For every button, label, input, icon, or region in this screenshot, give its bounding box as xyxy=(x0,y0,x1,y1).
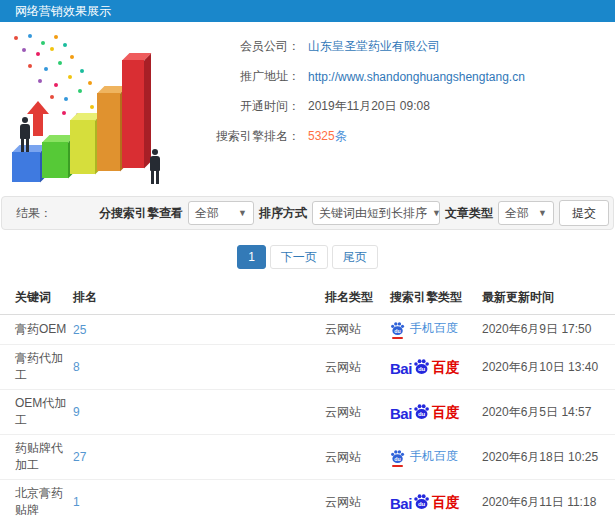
open-time-label: 开通时间： xyxy=(182,98,300,115)
updated-time-cell: 2020年6月18日 10:25 xyxy=(482,435,615,480)
bar-chart-graphic-red xyxy=(122,60,144,168)
engine-rank-value: 5325条 xyxy=(308,128,347,145)
rank-link[interactable]: 8 xyxy=(73,345,325,390)
result-label: 结果： xyxy=(2,205,52,222)
rank-link[interactable]: 27 xyxy=(73,435,325,480)
sort-selected: 关键词由短到长排序 xyxy=(319,205,427,222)
baidu-logo: Bai du 百度 xyxy=(390,403,460,422)
baidu-logo-text: 百度 xyxy=(432,404,460,422)
table-row: 膏药代加工 8 云网站 du 百度 Bai xyxy=(0,345,615,390)
pagination: 1 下一页 尾页 xyxy=(0,245,615,269)
engine-view-select[interactable]: 全部 ▼ xyxy=(188,201,254,225)
keyword-cell: 膏药代加工 xyxy=(0,345,73,390)
baidu-paw-icon: du xyxy=(413,493,430,510)
page-title: 网络营销效果展示 xyxy=(15,4,111,18)
baidu-logo-text: 百度 xyxy=(432,494,460,512)
article-type-label: 文章类型 xyxy=(445,205,493,222)
bar-chart-graphic-orange xyxy=(97,93,120,171)
svg-text:du: du xyxy=(394,455,400,461)
engine-type-cell: du 百度 Bai du 百度 xyxy=(390,480,482,520)
engine-rank-label: 搜索引擎排名： xyxy=(182,128,300,145)
page-button-current[interactable]: 1 xyxy=(237,245,266,269)
sort-select[interactable]: 关键词由短到长排序 ▼ xyxy=(312,201,440,225)
engine-type-cell: du 百度 Bai du 百度 xyxy=(390,390,482,435)
businessman-figure-right xyxy=(148,149,162,184)
confetti-dots xyxy=(14,36,18,40)
engine-view-label: 分搜索引擎查看 xyxy=(99,205,183,222)
baidu-paw-icon: du xyxy=(413,358,430,375)
sort-label: 排序方式 xyxy=(259,205,307,222)
baidu-logo-bai: Bai xyxy=(390,495,412,512)
rank-type-cell: 云网站 xyxy=(325,345,390,390)
svg-text:du: du xyxy=(418,501,426,507)
updated-time-cell: 2020年6月5日 14:57 xyxy=(482,390,615,435)
businessman-figure-left xyxy=(18,117,32,152)
rank-link[interactable]: 9 xyxy=(73,390,325,435)
col-updated: 最新更新时间 xyxy=(482,281,615,315)
promo-url-label: 推广地址： xyxy=(182,68,300,85)
table-row: OEM代加工 9 云网站 du 百度 Bai xyxy=(0,390,615,435)
engine-view-selected: 全部 xyxy=(195,205,219,222)
updated-time-cell: 2020年6月11日 11:18 xyxy=(482,480,615,520)
bar-chart-graphic-blue xyxy=(12,152,40,182)
svg-text:du: du xyxy=(418,366,426,372)
info-section: 会员公司： 山东皇圣堂药业有限公司 推广地址： http://www.shand… xyxy=(0,22,615,192)
bar-chart-graphic-green xyxy=(42,142,68,178)
mobile-baidu-badge: du 手机百度 xyxy=(390,320,458,337)
promo-url-row: 推广地址： http://www.shandonghuangshengtang.… xyxy=(182,68,525,85)
col-rank-type: 排名类型 xyxy=(325,281,390,315)
svg-text:du: du xyxy=(418,411,426,417)
baidu-logo-text: 百度 xyxy=(432,359,460,377)
member-company-row: 会员公司： 山东皇圣堂药业有限公司 xyxy=(182,38,525,55)
keyword-cell: OEM代加工 xyxy=(0,390,73,435)
baidu-paw-icon: du xyxy=(413,403,430,420)
last-page-button[interactable]: 尾页 xyxy=(332,245,378,269)
col-keyword: 关键词 xyxy=(0,281,73,315)
rank-type-cell: 云网站 xyxy=(325,315,390,345)
col-rank: 排名 xyxy=(73,281,325,315)
member-info-panel: 会员公司： 山东皇圣堂药业有限公司 推广地址： http://www.shand… xyxy=(182,28,525,192)
engine-type-cell: du 百度 Bai du 百度 xyxy=(390,345,482,390)
open-time-value: 2019年11月20日 09:08 xyxy=(308,98,430,115)
filter-controls: 分搜索引擎查看 全部 ▼ 排序方式 关键词由短到长排序 ▼ 文章类型 全部 ▼ … xyxy=(99,200,613,226)
svg-text:du: du xyxy=(394,328,400,334)
mobile-baidu-badge: du 手机百度 xyxy=(390,448,458,465)
keyword-cell: 膏药OEM xyxy=(0,315,73,345)
baidu-paw-icon: du xyxy=(390,449,405,464)
filter-bar: 结果： 分搜索引擎查看 全部 ▼ 排序方式 关键词由短到长排序 ▼ 文章类型 全… xyxy=(1,196,614,230)
baidu-paw-icon: du xyxy=(390,321,405,336)
updated-time-cell: 2020年6月9日 17:50 xyxy=(482,315,615,345)
chevron-down-icon: ▼ xyxy=(538,208,547,218)
chevron-down-icon: ▼ xyxy=(238,208,247,218)
engine-type-cell: du 手机百度 Bai du 百度 xyxy=(390,315,482,345)
table-row: 药贴牌代加工 27 云网站 du 手机百度 Bai xyxy=(0,435,615,480)
article-type-select[interactable]: 全部 ▼ xyxy=(498,201,554,225)
marketing-chart-illustration xyxy=(0,28,182,192)
baidu-logo: Bai du 百度 xyxy=(390,358,460,377)
engine-type-cell: du 手机百度 Bai du 百度 xyxy=(390,435,482,480)
rank-type-cell: 云网站 xyxy=(325,480,390,520)
rank-count: 5325 xyxy=(308,129,335,143)
rank-link[interactable]: 25 xyxy=(73,315,325,345)
rank-count-unit: 条 xyxy=(335,129,347,143)
rank-type-cell: 云网站 xyxy=(325,435,390,480)
chevron-down-icon: ▼ xyxy=(432,208,441,218)
table-row: 膏药OEM 25 云网站 du 手机百度 Bai xyxy=(0,315,615,345)
member-company-link[interactable]: 山东皇圣堂药业有限公司 xyxy=(308,38,440,55)
bar-chart-graphic-yellow xyxy=(70,120,95,174)
rank-link[interactable]: 1 xyxy=(73,480,325,520)
member-company-label: 会员公司： xyxy=(182,38,300,55)
next-page-button[interactable]: 下一页 xyxy=(270,245,328,269)
engine-rank-row: 搜索引擎排名： 5325条 xyxy=(182,128,525,145)
rank-type-cell: 云网站 xyxy=(325,390,390,435)
baidu-logo: Bai du 百度 xyxy=(390,493,460,512)
table-row: 北京膏药贴牌 1 云网站 du 百度 Bai xyxy=(0,480,615,520)
baidu-logo-bai: Bai xyxy=(390,405,412,422)
results-table: 关键词 排名 排名类型 搜索引擎类型 最新更新时间 膏药OEM 25 云网站 xyxy=(0,281,615,520)
col-engine-type: 搜索引擎类型 xyxy=(390,281,482,315)
promo-url-link[interactable]: http://www.shandonghuangshengtang.cn xyxy=(308,70,525,84)
submit-button[interactable]: 提交 xyxy=(559,200,609,226)
table-header-row: 关键词 排名 排名类型 搜索引擎类型 最新更新时间 xyxy=(0,281,615,315)
baidu-logo-bai: Bai xyxy=(390,360,412,377)
keyword-cell: 药贴牌代加工 xyxy=(0,435,73,480)
